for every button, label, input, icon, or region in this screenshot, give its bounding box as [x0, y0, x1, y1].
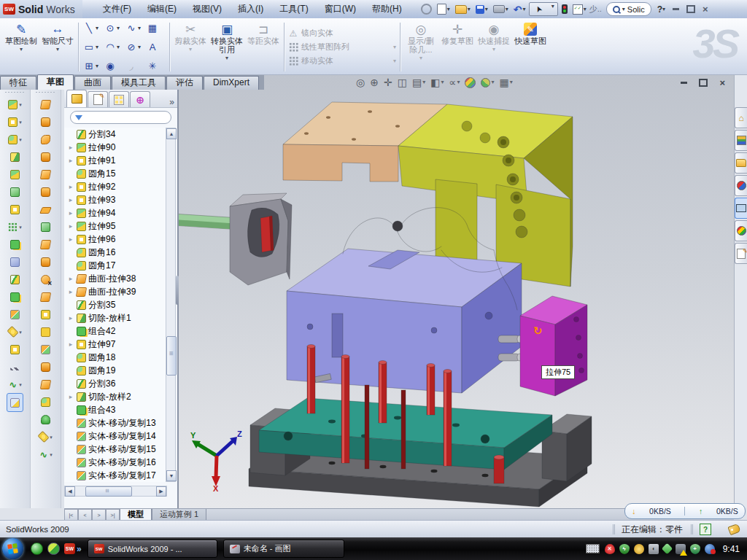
display-style-icon[interactable]: ◧▾	[430, 77, 444, 88]
tree-horizontal-scrollbar[interactable]: ◀ ▶	[64, 486, 167, 497]
dropdown-arrow-icon[interactable]: ▾	[19, 102, 22, 107]
tree-item-5[interactable]: ▸拉伸93	[64, 193, 167, 206]
extend-surface-button[interactable]	[41, 218, 50, 236]
expand-arrow-icon[interactable]: ▸	[67, 209, 74, 217]
display-relations-button[interactable]: ◎显示/删除几...▾	[403, 20, 439, 74]
scroll-down-button[interactable]: ▼	[166, 470, 177, 481]
graphics-viewport[interactable]: ◎⊕✛◫▤▾◧▾∝▾▾▦▾ × ↻ 拉伸75 Y Z X	[179, 75, 734, 508]
replace-face-button[interactable]	[41, 288, 50, 306]
tree-item-24[interactable]: 实体-移动/复制15	[64, 443, 167, 456]
taskpane-tab-design-library[interactable]	[735, 130, 747, 151]
dropdown-arrow-icon[interactable]: ▾	[584, 7, 587, 12]
revolved-surface-button[interactable]	[41, 113, 50, 131]
dropdown-arrow-icon[interactable]: ▾	[96, 63, 98, 69]
tree-item-12[interactable]: ▸曲面-拉伸39	[64, 285, 167, 298]
split-button[interactable]	[10, 271, 20, 288]
helix-spiral-button[interactable]: ∿▾	[8, 376, 22, 393]
menu-item-0[interactable]: 文件(F)	[96, 1, 139, 18]
menu-item-6[interactable]: 帮助(H)	[365, 1, 409, 18]
quick-tips-icon[interactable]: ?	[700, 524, 711, 535]
model-pin-cylinder[interactable]	[494, 455, 504, 483]
dropdown-arrow-icon[interactable]: ▾	[20, 46, 23, 52]
helix-button[interactable]: ∿▾	[39, 446, 53, 463]
delete-body-button[interactable]	[10, 341, 20, 358]
zoom-fit-icon[interactable]: ◎	[356, 77, 365, 88]
dropdown-arrow-icon[interactable]: ▾	[50, 435, 53, 440]
revolved-boss-button[interactable]	[10, 166, 20, 183]
tab-4[interactable]: 评估	[166, 76, 203, 90]
offset-surface-button[interactable]	[41, 183, 50, 201]
dropdown-arrow-icon[interactable]: ▾	[56, 46, 59, 52]
text-tool-button[interactable]: A	[146, 42, 166, 52]
horizontal-scroll-thumb[interactable]	[85, 486, 132, 497]
help-button[interactable]: ?	[657, 4, 662, 15]
ruled-surface-button[interactable]	[41, 358, 50, 376]
expand-arrow-icon[interactable]: ▸	[67, 341, 74, 348]
new-document-button[interactable]: ▾	[436, 3, 452, 15]
fillet-button[interactable]: ▾	[8, 131, 22, 148]
extruded-cut-button[interactable]: ▾	[8, 113, 22, 131]
model-side-block[interactable]	[520, 296, 587, 396]
taskpane-tab-custom-properties[interactable]	[735, 243, 747, 264]
smart-dimension-button[interactable]: ↔智能尺寸▾	[39, 20, 76, 74]
menu-item-4[interactable]: 工具(T)	[272, 1, 315, 18]
tree-item-14[interactable]: ▸切除-放样1	[64, 311, 167, 324]
panel-chevron[interactable]: »	[169, 97, 174, 107]
dropdown-arrow-icon[interactable]: ▾	[19, 137, 22, 142]
dropdown-arrow-icon[interactable]: ▾	[19, 225, 22, 230]
swept-boss-button[interactable]	[10, 148, 20, 166]
volume-icon[interactable]: ◖	[649, 544, 659, 554]
search-dropdown-icon[interactable]: ▾	[622, 7, 625, 12]
model-sprue-part[interactable]	[230, 193, 292, 285]
dropdown-arrow-icon[interactable]: ▾	[19, 330, 22, 335]
dropdown-arrow-icon[interactable]: ▾	[422, 79, 425, 85]
arc-tool-button[interactable]: ◠▾	[104, 42, 123, 52]
dropdown-arrow-icon[interactable]: ▾	[522, 7, 525, 12]
scene-icon[interactable]: ▾	[481, 78, 494, 88]
expand-arrow-icon[interactable]: ▸	[67, 157, 74, 164]
planar-surface-button[interactable]	[41, 201, 50, 218]
move-copy-body-button[interactable]	[10, 306, 20, 323]
magnify-icon[interactable]: ✛	[384, 77, 392, 88]
tree-item-15[interactable]: 组合42	[64, 324, 167, 338]
insert-part-button[interactable]: ▾	[8, 323, 22, 341]
tree-item-26[interactable]: 实体-移动/复制17	[64, 469, 167, 482]
extruded-boss-button[interactable]: ▾	[8, 96, 22, 113]
doc-close-button[interactable]: ×	[719, 79, 725, 87]
defender-icon[interactable]: +	[690, 544, 700, 554]
combine-button[interactable]	[10, 288, 20, 306]
expand-arrow-icon[interactable]: ▸	[67, 288, 74, 295]
tab-5[interactable]: DimXpert	[204, 76, 259, 90]
messenger-icon[interactable]	[31, 542, 43, 555]
tree-item-25[interactable]: 实体-移动/复制16	[64, 456, 167, 469]
options-button[interactable]: ▾	[571, 4, 588, 15]
keyboard-icon[interactable]	[586, 544, 600, 553]
chamfer-button[interactable]	[10, 183, 20, 201]
expand-arrow-icon[interactable]: ▸	[67, 183, 74, 190]
hide-show-items-icon[interactable]: ∝▾	[449, 77, 460, 88]
tree-item-9[interactable]: 圆角16	[64, 246, 167, 259]
tab-feature-manager[interactable]	[66, 90, 87, 107]
appearances-icon[interactable]	[465, 77, 476, 88]
tree-item-22[interactable]: 实体-移动/复制13	[64, 416, 167, 429]
dropdown-arrow-icon[interactable]: ▾	[138, 26, 141, 31]
dropdown-arrow-icon[interactable]: ▾	[468, 7, 471, 12]
tab-2[interactable]: 曲面	[74, 76, 111, 90]
nav-previous-button[interactable]: <	[78, 509, 92, 521]
dropdown-arrow-icon[interactable]: ▾	[96, 26, 98, 31]
ellipse-tool-button[interactable]: ⊘▾	[125, 42, 144, 52]
tab-configuration-manager[interactable]	[109, 91, 129, 107]
fillet-surface-button[interactable]	[41, 393, 50, 411]
tree-item-8[interactable]: ▸拉伸96	[64, 233, 167, 246]
taskpane-tab-search[interactable]	[735, 175, 747, 196]
dropdown-arrow-icon[interactable]: ▾	[96, 44, 98, 50]
tree-item-19[interactable]: 分割36	[64, 377, 167, 390]
help-dropdown-icon[interactable]: ▾	[662, 7, 665, 12]
solidworks-icon[interactable]: SW	[64, 543, 75, 554]
pin-button[interactable]	[419, 3, 433, 15]
rib-button[interactable]	[10, 236, 20, 253]
expand-arrow-icon[interactable]: ▸	[67, 393, 74, 400]
tree-item-6[interactable]: ▸拉伸94	[64, 206, 167, 219]
tree-item-18[interactable]: 圆角19	[64, 364, 167, 377]
close-button[interactable]: ×	[703, 6, 708, 13]
